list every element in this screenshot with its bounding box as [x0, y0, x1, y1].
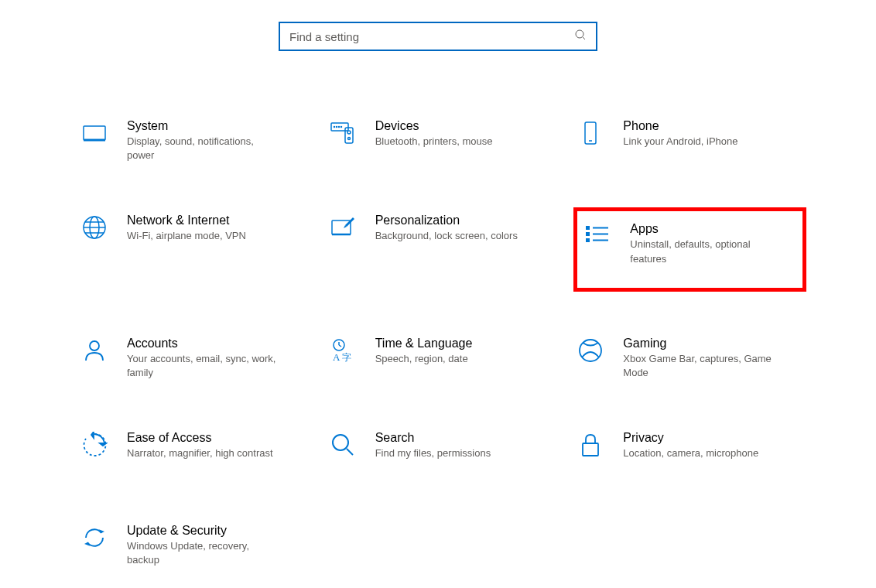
svg-point-11 — [347, 138, 350, 140]
tile-desc: Background, lock screen, colors — [375, 229, 530, 243]
tile-text: Ease of Access Narrator, magnifier, high… — [127, 431, 307, 460]
svg-point-0 — [576, 30, 583, 38]
svg-line-30 — [339, 345, 341, 347]
tile-title: Accounts — [127, 337, 307, 350]
tile-title: System — [127, 119, 307, 133]
svg-rect-9 — [345, 128, 353, 143]
svg-point-36 — [333, 435, 348, 450]
tile-title: Update & Security — [127, 524, 307, 538]
svg-line-37 — [347, 449, 353, 455]
settings-grid: System Display, sound, notifications, po… — [0, 82, 876, 574]
tile-accounts[interactable]: Accounts Your accounts, email, sync, wor… — [77, 330, 310, 386]
tile-ease-of-access[interactable]: Ease of Access Narrator, magnifier, high… — [77, 425, 310, 479]
update-security-icon — [80, 524, 108, 552]
tile-desc: Uninstall, defaults, optional features — [630, 238, 785, 265]
phone-icon — [577, 119, 604, 147]
tile-network[interactable]: Network & Internet Wi-Fi, airplane mode,… — [77, 207, 310, 291]
svg-point-7 — [338, 127, 339, 128]
tile-desc: Speech, region, date — [375, 352, 530, 366]
tile-devices[interactable]: Devices Bluetooth, printers, mouse — [326, 113, 559, 169]
tile-title: Personalization — [375, 214, 556, 227]
svg-point-6 — [336, 127, 337, 128]
tile-desc: Xbox Game Bar, captures, Game Mode — [623, 352, 778, 380]
tile-text: Network & Internet Wi-Fi, airplane mode,… — [127, 214, 307, 243]
search-input[interactable] — [289, 30, 574, 43]
search-icon — [574, 29, 587, 44]
svg-rect-38 — [583, 443, 598, 456]
tile-text: System Display, sound, notifications, po… — [127, 119, 307, 162]
tile-title: Network & Internet — [127, 214, 307, 227]
tile-title: Ease of Access — [127, 431, 307, 445]
search-box[interactable] — [279, 22, 597, 51]
svg-text:A: A — [333, 351, 340, 363]
svg-rect-23 — [587, 239, 589, 241]
tile-privacy[interactable]: Privacy Location, camera, microphone — [573, 425, 806, 479]
tile-text: Update & Security Windows Update, recove… — [127, 524, 307, 567]
tile-title: Apps — [630, 222, 796, 236]
tile-gaming[interactable]: Gaming Xbox Game Bar, captures, Game Mod… — [573, 330, 806, 386]
tile-system[interactable]: System Display, sound, notifications, po… — [77, 113, 310, 169]
personalization-icon — [329, 214, 357, 241]
svg-rect-22 — [587, 233, 589, 235]
accounts-icon — [80, 337, 108, 364]
tile-title: Privacy — [623, 431, 803, 445]
time-language-icon: A 字 — [329, 337, 357, 364]
svg-point-10 — [347, 131, 351, 134]
tile-desc: Your accounts, email, sync, work, family — [127, 352, 282, 380]
tile-title: Gaming — [623, 337, 803, 350]
svg-rect-2 — [84, 126, 105, 140]
tile-apps[interactable]: Apps Uninstall, defaults, optional featu… — [573, 207, 806, 291]
tile-phone[interactable]: Phone Link your Android, iPhone — [573, 113, 806, 169]
tile-title: Search — [375, 431, 556, 445]
tile-desc: Bluetooth, printers, mouse — [375, 135, 530, 149]
apps-icon — [583, 222, 611, 250]
tile-desc: Narrator, magnifier, high contrast — [127, 446, 282, 460]
tile-text: Gaming Xbox Game Bar, captures, Game Mod… — [623, 337, 803, 380]
tile-text: Privacy Location, camera, microphone — [623, 431, 803, 460]
svg-marker-34 — [91, 432, 94, 438]
system-icon — [80, 119, 108, 147]
search-tile-icon — [329, 431, 357, 459]
svg-point-27 — [90, 341, 99, 350]
search-container — [0, 0, 876, 82]
tile-text: Phone Link your Android, iPhone — [623, 119, 803, 149]
network-icon — [80, 214, 108, 241]
devices-icon — [329, 119, 357, 147]
tile-desc: Location, camera, microphone — [623, 446, 778, 460]
tile-search[interactable]: Search Find my files, permissions — [326, 425, 559, 479]
tile-title: Devices — [375, 119, 556, 133]
svg-point-8 — [340, 127, 341, 128]
tile-text: Accounts Your accounts, email, sync, wor… — [127, 337, 307, 380]
tile-title: Time & Language — [375, 337, 556, 350]
tile-text: Devices Bluetooth, printers, mouse — [375, 119, 556, 149]
tile-personalization[interactable]: Personalization Background, lock screen,… — [326, 207, 559, 291]
svg-rect-21 — [587, 227, 589, 229]
tile-text: Search Find my files, permissions — [375, 431, 556, 460]
tile-time-language[interactable]: A 字 Time & Language Speech, region, date — [326, 330, 559, 386]
svg-point-5 — [334, 127, 334, 128]
svg-line-1 — [583, 37, 585, 39]
tile-text: Time & Language Speech, region, date — [375, 337, 556, 366]
tile-text: Personalization Background, lock screen,… — [375, 214, 556, 243]
tile-update-security[interactable]: Update & Security Windows Update, recove… — [77, 518, 310, 573]
ease-of-access-icon — [80, 431, 108, 459]
gaming-icon — [577, 337, 604, 364]
tile-text: Apps Uninstall, defaults, optional featu… — [630, 222, 796, 265]
svg-marker-35 — [100, 443, 106, 446]
tile-desc: Find my files, permissions — [375, 446, 530, 460]
tile-desc: Display, sound, notifications, power — [127, 135, 282, 162]
privacy-icon — [577, 431, 604, 459]
tile-title: Phone — [623, 119, 803, 133]
tile-desc: Link your Android, iPhone — [623, 135, 778, 149]
tile-desc: Windows Update, recovery, backup — [127, 539, 282, 567]
tile-desc: Wi-Fi, airplane mode, VPN — [127, 229, 282, 243]
svg-text:字: 字 — [342, 352, 351, 363]
